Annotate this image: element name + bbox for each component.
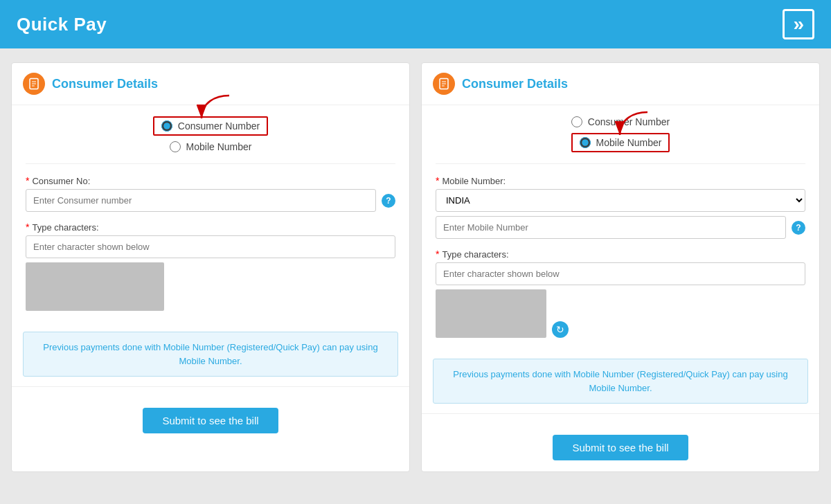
right-mobile-no-field: * Mobile Number: INDIA ?: [436, 175, 805, 239]
right-captcha-row: ↻: [436, 285, 805, 338]
right-mobile-input-row: ?: [436, 216, 805, 239]
right-consumer-radio[interactable]: [571, 116, 582, 127]
right-panel: Consumer Details Consumer Number Mobile …: [421, 62, 820, 472]
left-radio-group: Consumer Number Mobile Number: [26, 116, 395, 152]
left-panel: Consumer Details Consumer Number: [11, 62, 410, 472]
right-panel-footer: Submit to see the bill: [422, 424, 819, 471]
left-panel-footer: Submit to see the bill: [12, 397, 409, 444]
left-type-chars-field: * Type characters:: [26, 222, 395, 311]
right-mobile-help-icon[interactable]: ?: [792, 221, 805, 235]
header: Quick Pay »: [0, 0, 831, 48]
left-mobile-radio[interactable]: [170, 141, 181, 152]
left-consumer-no-row: ?: [26, 189, 395, 212]
right-radio-group: Consumer Number Mobile Number: [436, 116, 805, 152]
left-footer-separator: [12, 386, 409, 387]
right-panel-title: Consumer Details: [462, 77, 568, 91]
right-mobile-no-label: * Mobile Number:: [436, 175, 805, 186]
right-panel-body: Consumer Number Mobile Number: [422, 105, 819, 359]
page-title: Quick Pay: [17, 14, 107, 35]
right-red-arrow: [613, 109, 654, 140]
right-info-box: Previous payments done with Mobile Numbe…: [433, 359, 808, 404]
left-consumer-no-label: * Consumer No:: [26, 175, 395, 186]
left-panel-icon: [23, 73, 45, 95]
next-arrow-icon[interactable]: »: [783, 9, 814, 39]
right-separator: [436, 163, 805, 164]
left-separator: [26, 163, 395, 164]
left-consumer-help-icon[interactable]: ?: [382, 194, 395, 208]
right-footer-separator: [422, 413, 819, 414]
left-consumer-no-input[interactable]: [26, 189, 376, 212]
left-submit-button[interactable]: Submit to see the bill: [143, 408, 278, 433]
right-mobile-radio[interactable]: [580, 137, 591, 148]
left-mobile-number-option[interactable]: Mobile Number: [170, 141, 252, 152]
left-consumer-no-field: * Consumer No: ?: [26, 175, 395, 212]
right-country-select[interactable]: INDIA: [436, 189, 805, 212]
left-panel-title: Consumer Details: [52, 77, 158, 91]
left-captcha-input[interactable]: [26, 235, 395, 258]
right-refresh-icon[interactable]: ↻: [552, 321, 569, 338]
left-mobile-label: Mobile Number: [186, 141, 252, 152]
left-red-arrow: [195, 92, 236, 123]
right-type-chars-label: * Type characters:: [436, 249, 805, 260]
left-captcha-image: [26, 262, 164, 311]
right-panel-header: Consumer Details: [422, 63, 819, 105]
right-captcha-input[interactable]: [436, 262, 805, 285]
right-captcha-image: [436, 289, 546, 338]
right-mobile-input[interactable]: [436, 216, 786, 239]
right-submit-button[interactable]: Submit to see the bill: [553, 435, 688, 460]
main-content: Consumer Details Consumer Number: [0, 48, 831, 486]
left-info-box: Previous payments done with Mobile Numbe…: [23, 332, 398, 377]
left-panel-body: Consumer Number Mobile Number: [12, 105, 409, 332]
right-panel-icon: [433, 73, 455, 95]
left-type-chars-label: * Type characters:: [26, 222, 395, 233]
left-consumer-radio[interactable]: [161, 120, 172, 132]
right-type-chars-field: * Type characters: ↻: [436, 249, 805, 338]
